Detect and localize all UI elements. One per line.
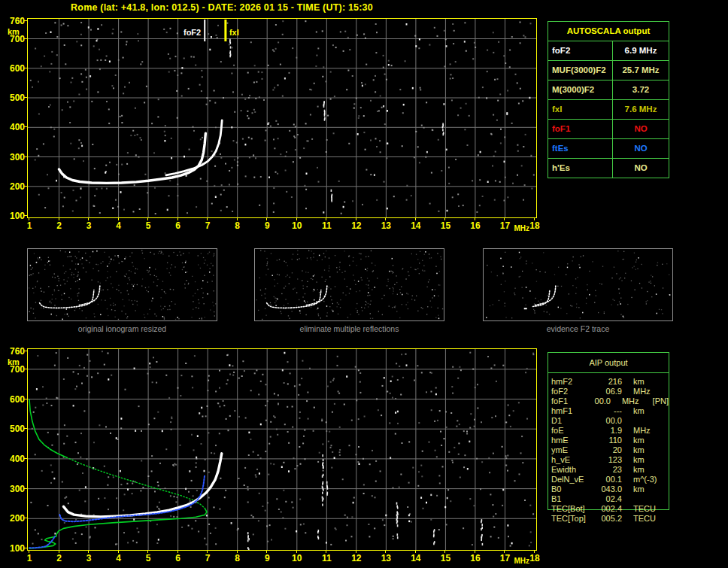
noise-dot [108,353,109,354]
noise-dot [226,206,228,208]
noise-dot [518,103,520,105]
noise-dot [599,283,600,284]
noise-dot [80,187,82,190]
noise-dot [207,281,208,282]
noise-dot [213,256,214,257]
noise-dot [338,304,339,305]
noise-dot [414,156,415,158]
noise-dot [358,115,359,117]
noise-dot [293,254,293,254]
noise-dot [421,372,423,373]
y-axis-tick-label: 200 [1,514,25,523]
noise-dot [44,269,45,270]
noise-dot [86,527,87,528]
noise-dot [254,65,256,66]
noise-dot [490,305,490,306]
noise-dot [148,291,149,292]
noise-dot [510,426,511,427]
noise-dot [554,274,555,275]
noise-dot [397,294,398,295]
noise-dot [124,494,126,495]
noise-dot [474,426,475,427]
noise-streak [324,117,326,120]
noise-dot [189,149,190,150]
noise-dot [411,195,412,196]
noise-dot [611,278,612,278]
noise-dot [311,259,311,260]
noise-dot [318,315,319,316]
noise-dot [405,278,406,279]
noise-dot [278,403,279,405]
noise-dot [261,295,262,296]
noise-dot [370,174,372,175]
noise-dot [66,308,67,310]
noise-dot [520,22,521,23]
noise-dot [277,274,278,275]
noise-dot [384,123,386,125]
noise-dot [77,276,77,277]
noise-dot [334,403,335,405]
noise-dot [68,503,69,504]
noise-dot [641,264,642,265]
thumb-trace [267,290,321,308]
noise-dot [396,363,397,364]
y-axis-tickmark [24,186,27,187]
noise-dot [41,308,41,308]
noise-dot [288,442,290,444]
noise-dot [189,253,190,254]
noise-dot [205,415,207,417]
noise-dot [65,63,66,65]
noise-dot [435,393,437,396]
noise-dot [226,418,227,420]
noise-dot [94,316,95,317]
noise-dot [524,184,526,186]
noise-dot [328,287,329,287]
noise-dot [144,102,145,103]
noise-dot [400,394,402,396]
parameter-label: foE [551,426,596,436]
noise-dot [202,317,202,318]
noise-dot [438,318,439,320]
noise-dot [118,319,119,320]
noise-dot [113,476,114,478]
noise-dot [134,184,135,186]
noise-dot [534,303,535,304]
noise-dot [536,281,537,282]
noise-dot [428,281,429,282]
noise-dot [326,151,327,153]
parameter-label: MUF(3000)F2 [548,61,613,80]
noise-dot [500,129,502,130]
noise-dot [546,305,547,305]
noise-dot [284,382,285,384]
noise-dot [486,317,487,318]
noise-dot [288,470,290,472]
noise-dot [378,311,379,311]
noise-dot [169,180,171,181]
noise-dot [111,309,112,310]
noise-dot [99,424,100,426]
noise-dot [310,114,311,116]
noise-dot [244,484,245,486]
noise-dot [237,184,238,185]
noise-dot [153,281,154,282]
parameter-unit: TECU [633,504,668,514]
noise-dot [184,156,185,158]
noise-dot [444,65,445,67]
noise-dot [416,254,417,255]
noise-dot [331,467,332,469]
noise-dot [29,311,30,312]
noise-dot [197,435,199,437]
noise-dot [338,393,340,394]
noise-dot [108,476,109,478]
noise-dot [234,111,235,113]
noise-dot [112,287,113,288]
noise-dot [50,126,52,128]
noise-dot [296,305,297,305]
x-axis-tickmark [356,218,356,220]
noise-dot [116,271,117,272]
x-axis-tickmark [326,218,326,220]
noise-dot [362,85,363,87]
noise-dot [326,421,327,423]
noise-dot [238,378,240,379]
noise-dot [68,316,69,317]
